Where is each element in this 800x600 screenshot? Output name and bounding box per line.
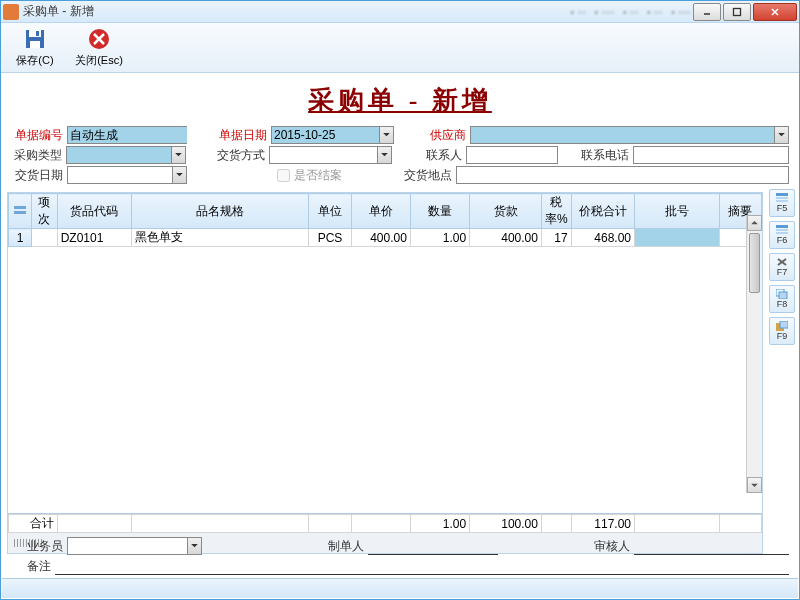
ddate-input[interactable]: [67, 166, 172, 184]
cell-unit[interactable]: PCS: [309, 229, 351, 247]
operator-field[interactable]: [67, 537, 202, 555]
svg-rect-17: [776, 229, 788, 231]
svg-rect-11: [14, 206, 26, 209]
save-icon: [23, 27, 47, 51]
label-operator: 业务员: [11, 538, 67, 555]
label-contact: 联系人: [411, 147, 466, 164]
titlebar-ghost-tabs: ▪ ▫▫▪ ▫▫▫▪ ▫▫▪ ▫▫▪ ▫▫▫: [570, 5, 691, 19]
daddr-input[interactable]: [456, 166, 789, 184]
ddate-field[interactable]: [67, 166, 187, 184]
phone-input[interactable]: [633, 146, 789, 164]
dmethod-field[interactable]: [269, 146, 392, 164]
minimize-button[interactable]: [693, 3, 721, 21]
side-f7-button[interactable]: F7: [769, 253, 795, 281]
maximize-button[interactable]: [723, 3, 751, 21]
svg-rect-13: [776, 193, 788, 196]
table-row[interactable]: 1 DZ0101 黑色单支 PCS 400.00 1.00 400.00 17 …: [9, 229, 762, 247]
svg-rect-1: [734, 8, 741, 15]
cell-name[interactable]: 黑色单支: [131, 229, 309, 247]
col-total[interactable]: 价税合计: [571, 194, 634, 229]
scroll-up-button[interactable]: [747, 215, 762, 231]
cell-price[interactable]: 400.00: [351, 229, 410, 247]
label-doc-date: 单据日期: [215, 127, 271, 144]
grid-scroll[interactable]: 项次 货品代码 品名规格 单位 单价 数量 货款 税率% 价税合计 批号 摘要 …: [8, 193, 762, 513]
label-remark: 备注: [11, 558, 55, 575]
chevron-down-icon[interactable]: [172, 166, 187, 184]
close-window-button[interactable]: [753, 3, 797, 21]
scroll-thumb[interactable]: [749, 233, 760, 293]
window-title: 采购单 - 新增: [23, 3, 554, 20]
cell-seq[interactable]: [32, 229, 57, 247]
side-f5-button[interactable]: F5: [769, 189, 795, 217]
label-phone: 联系电话: [578, 147, 633, 164]
label-reviewer: 审核人: [578, 538, 634, 555]
data-grid[interactable]: 项次 货品代码 品名规格 单位 单价 数量 货款 税率% 价税合计 批号 摘要 …: [8, 193, 762, 247]
supplier-field[interactable]: [470, 126, 789, 144]
dmethod-input[interactable]: [269, 146, 377, 164]
ptype-input[interactable]: [66, 146, 171, 164]
grid-icon: [776, 193, 788, 203]
remark-value[interactable]: [55, 557, 789, 575]
svg-rect-16: [776, 225, 788, 228]
svg-rect-7: [36, 31, 39, 36]
delete-icon: [776, 257, 788, 267]
col-qty[interactable]: 数量: [410, 194, 469, 229]
ptype-field[interactable]: [66, 146, 186, 164]
sum-amount: 100.00: [470, 515, 542, 533]
close-button[interactable]: 关闭(Esc): [69, 25, 129, 70]
col-batch[interactable]: 批号: [635, 194, 720, 229]
col-unit[interactable]: 单位: [309, 194, 351, 229]
cell-rate[interactable]: 17: [541, 229, 571, 247]
cell-total[interactable]: 468.00: [571, 229, 634, 247]
svg-rect-5: [29, 30, 41, 37]
supplier-input[interactable]: [470, 126, 774, 144]
col-rate[interactable]: 税率%: [541, 194, 571, 229]
row-num[interactable]: 1: [9, 229, 32, 247]
col-seq[interactable]: 项次: [32, 194, 57, 229]
app-window: 采购单 - 新增 ▪ ▫▫▪ ▫▫▫▪ ▫▫▪ ▫▫▪ ▫▫▫ 保存(C) 关闭…: [0, 0, 800, 600]
label-daddr: 交货地点: [400, 167, 456, 184]
chevron-down-icon[interactable]: [379, 126, 394, 144]
side-f6-button[interactable]: F6: [769, 221, 795, 249]
reviewer-value: [634, 537, 789, 555]
contact-input[interactable]: [466, 146, 558, 164]
doc-no-input[interactable]: [67, 126, 187, 144]
bottom-form: 业务员 制单人 审核人 备注: [1, 533, 799, 579]
col-price[interactable]: 单价: [351, 194, 410, 229]
svg-rect-6: [30, 41, 40, 48]
closed-checkbox: 是否结案: [277, 167, 342, 184]
doc-no-field[interactable]: [67, 126, 187, 144]
doc-date-input[interactable]: [271, 126, 379, 144]
label-dmethod: 交货方式: [214, 147, 269, 164]
save-button[interactable]: 保存(C): [5, 25, 65, 70]
vertical-scrollbar[interactable]: [746, 215, 762, 493]
side-f8-button[interactable]: F8: [769, 285, 795, 313]
chevron-down-icon[interactable]: [377, 146, 392, 164]
doc-date-field[interactable]: [271, 126, 394, 144]
cell-code[interactable]: DZ0101: [57, 229, 131, 247]
copy-icon: [776, 289, 788, 299]
closed-label: 是否结案: [294, 167, 342, 184]
svg-rect-22: [779, 292, 787, 299]
close-label: 关闭(Esc): [75, 53, 123, 68]
cell-qty[interactable]: 1.00: [410, 229, 469, 247]
cell-amount[interactable]: 400.00: [470, 229, 542, 247]
col-name[interactable]: 品名规格: [131, 194, 309, 229]
page-title: 采购单 - 新增: [1, 83, 799, 118]
label-ptype: 采购类型: [11, 147, 66, 164]
paste-icon: [776, 321, 788, 331]
titlebar[interactable]: 采购单 - 新增 ▪ ▫▫▪ ▫▫▫▪ ▫▫▪ ▫▫▪ ▫▫▫: [1, 1, 799, 23]
chevron-down-icon[interactable]: [774, 126, 789, 144]
col-header-handle[interactable]: [9, 194, 32, 229]
side-f9-button[interactable]: F9: [769, 317, 795, 345]
col-code[interactable]: 货品代码: [57, 194, 131, 229]
operator-input[interactable]: [67, 537, 187, 555]
cell-batch[interactable]: [635, 229, 720, 247]
chevron-down-icon[interactable]: [187, 537, 202, 555]
scroll-down-button[interactable]: [747, 477, 762, 493]
label-ddate: 交货日期: [11, 167, 67, 184]
chevron-down-icon[interactable]: [171, 146, 186, 164]
col-amount[interactable]: 货款: [470, 194, 542, 229]
maker-value: [368, 537, 498, 555]
grid-icon: [776, 225, 788, 235]
